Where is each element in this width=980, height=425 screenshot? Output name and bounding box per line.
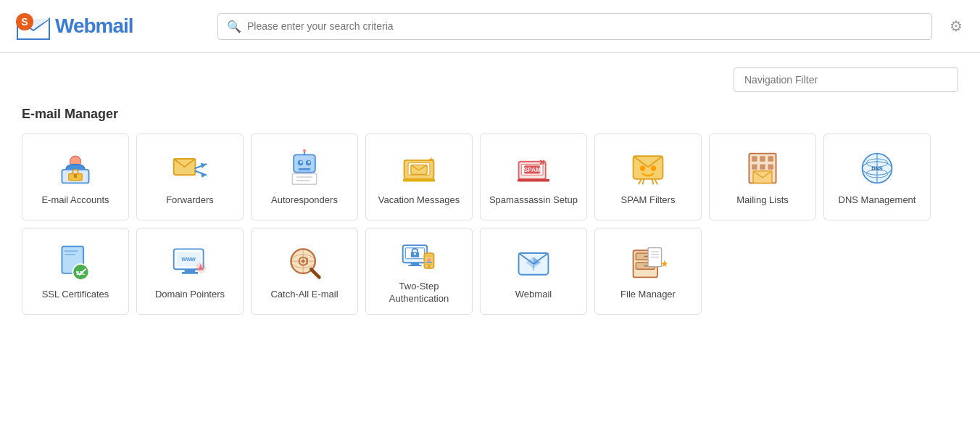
autoresponders-label: Autoresponders xyxy=(271,194,338,207)
svg-rect-23 xyxy=(292,173,316,184)
dns-management-label: DNS Management xyxy=(839,194,916,207)
logo-area: S Webmail xyxy=(14,7,203,45)
catch-all-label: Catch-All E-mail xyxy=(270,289,338,301)
spamassassin-label: Spamassassin Setup xyxy=(489,194,578,207)
two-step-auth-icon xyxy=(399,237,439,275)
grid-item-email-accounts[interactable]: E-mail Accounts xyxy=(22,133,129,220)
grid-item-domain-pointers[interactable]: www Domain Pointers xyxy=(136,228,244,315)
vacation-messages-icon: ★ xyxy=(399,148,439,189)
nav-filter-row xyxy=(22,67,958,92)
grid-row-2: SSL SSL Certificates www xyxy=(22,228,958,315)
grid-item-file-manager[interactable]: ★ File Manager xyxy=(594,228,702,315)
svg-rect-35 xyxy=(518,178,550,181)
main-content: E-mail Manager E-mail Accounts xyxy=(0,53,980,337)
svg-rect-49 xyxy=(752,164,757,169)
svg-rect-67 xyxy=(185,269,196,272)
svg-rect-61 xyxy=(65,253,75,255)
svg-point-87 xyxy=(428,265,431,268)
logo-icon: S xyxy=(14,7,52,45)
svg-rect-9 xyxy=(74,174,77,178)
svg-line-41 xyxy=(639,178,641,183)
search-input[interactable] xyxy=(247,20,923,32)
ssl-certificates-icon: SSL xyxy=(55,242,96,283)
svg-line-44 xyxy=(655,178,657,183)
svg-text:SPAM: SPAM xyxy=(523,165,541,173)
section-title: E-mail Manager xyxy=(22,107,958,122)
grid-item-forwarders[interactable]: Forwarders xyxy=(136,133,244,220)
svg-line-43 xyxy=(652,178,654,183)
email-accounts-icon xyxy=(55,148,96,189)
file-manager-icon: ★ xyxy=(628,242,668,283)
search-bar[interactable]: 🔍 xyxy=(217,13,932,40)
svg-text:★: ★ xyxy=(428,155,434,162)
svg-rect-50 xyxy=(760,164,765,169)
grid-item-webmail[interactable]: Webmail xyxy=(480,228,587,315)
grid-item-dns-management[interactable]: DNS DNS Management xyxy=(823,133,931,220)
grid-item-ssl-certificates[interactable]: SSL SSL Certificates xyxy=(22,228,129,315)
svg-rect-60 xyxy=(65,250,78,252)
grid-item-catch-all[interactable]: Catch-All E-mail xyxy=(251,228,358,315)
logo-text: Webmail xyxy=(55,15,133,38)
grid-item-mailing-lists[interactable]: Mailing Lists xyxy=(709,133,816,220)
svg-point-77 xyxy=(302,259,305,263)
grid-item-spamassassin[interactable]: SPAM Spamassassin Setup xyxy=(480,133,587,220)
svg-text:★: ★ xyxy=(660,257,667,268)
svg-text:www: www xyxy=(180,255,196,263)
dns-management-icon: DNS xyxy=(857,148,897,189)
spamassassin-icon: SPAM xyxy=(513,148,554,189)
vacation-messages-label: Vacation Messages xyxy=(378,194,460,207)
svg-rect-30 xyxy=(403,178,436,181)
file-manager-label: File Manager xyxy=(620,289,676,301)
svg-rect-46 xyxy=(752,156,757,161)
two-step-auth-label: Two-Step Authentication xyxy=(372,281,466,305)
spam-filters-icon xyxy=(628,148,668,189)
svg-rect-47 xyxy=(760,156,765,161)
grid-item-autoresponders[interactable]: Autoresponders xyxy=(251,133,358,220)
svg-point-19 xyxy=(308,161,310,163)
forwarders-icon xyxy=(170,148,210,189)
grid-item-two-step-auth[interactable]: Two-Step Authentication xyxy=(365,228,473,315)
email-accounts-label: E-mail Accounts xyxy=(41,194,109,207)
search-icon: 🔍 xyxy=(227,20,241,33)
svg-rect-82 xyxy=(411,263,419,265)
mailing-lists-label: Mailing Lists xyxy=(736,194,789,207)
mailing-lists-icon xyxy=(742,148,783,189)
domain-pointers-label: Domain Pointers xyxy=(155,289,225,301)
svg-text:S: S xyxy=(21,16,28,28)
domain-pointers-icon: www xyxy=(170,242,210,283)
grid-item-vacation-messages[interactable]: ★ Vacation Messages xyxy=(365,133,473,220)
grid-row-1: E-mail Accounts Forwarders xyxy=(22,133,958,220)
svg-line-42 xyxy=(643,178,644,183)
catch-all-icon xyxy=(284,242,325,283)
autoresponders-icon xyxy=(284,148,325,189)
spam-filters-label: SPAM Filters xyxy=(621,194,676,207)
svg-rect-20 xyxy=(299,168,311,170)
gear-button[interactable]: ⚙ xyxy=(947,15,966,38)
ssl-certificates-label: SSL Certificates xyxy=(42,289,109,301)
svg-rect-83 xyxy=(408,265,422,266)
svg-text:DNS: DNS xyxy=(871,165,883,171)
svg-rect-51 xyxy=(768,164,773,169)
webmail-icon xyxy=(513,242,554,283)
svg-rect-68 xyxy=(182,272,198,274)
svg-point-81 xyxy=(414,253,416,255)
svg-rect-48 xyxy=(768,156,773,161)
forwarders-label: Forwarders xyxy=(166,194,214,207)
svg-point-22 xyxy=(303,149,306,152)
svg-line-75 xyxy=(311,269,319,277)
nav-filter-input[interactable] xyxy=(734,67,958,92)
grid-item-spam-filters[interactable]: SPAM Filters xyxy=(594,133,702,220)
webmail-label: Webmail xyxy=(515,289,552,301)
svg-point-39 xyxy=(640,165,645,170)
header: S Webmail 🔍 ⚙ xyxy=(0,0,980,53)
svg-point-40 xyxy=(651,165,656,170)
svg-point-18 xyxy=(300,161,302,163)
